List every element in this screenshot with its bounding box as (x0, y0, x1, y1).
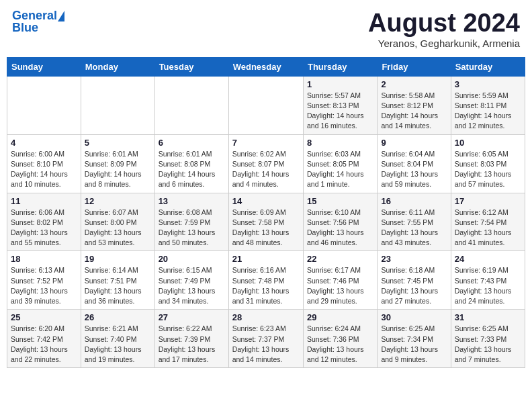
logo-text: General Blue (12, 9, 64, 34)
calendar-cell: 9Sunrise: 6:04 AM Sunset: 8:04 PM Daylig… (378, 134, 451, 193)
calendar-cell: 10Sunrise: 6:05 AM Sunset: 8:03 PM Dayli… (451, 134, 525, 193)
calendar-table: SundayMondayTuesdayWednesdayThursdayFrid… (7, 57, 525, 368)
day-info: Sunrise: 6:12 AM Sunset: 7:54 PM Dayligh… (455, 208, 521, 248)
logo: General Blue (12, 9, 64, 34)
day-number: 19 (85, 254, 151, 264)
calendar-cell: 26Sunrise: 6:21 AM Sunset: 7:40 PM Dayli… (81, 310, 154, 368)
day-info: Sunrise: 6:21 AM Sunset: 7:40 PM Dayligh… (85, 324, 151, 365)
weekday-header-tuesday: Tuesday (154, 57, 228, 76)
day-number: 25 (11, 312, 77, 322)
day-info: Sunrise: 6:05 AM Sunset: 8:03 PM Dayligh… (455, 149, 521, 190)
weekday-header-sunday: Sunday (7, 57, 81, 76)
title-area: August 2024 Yeranos, Gegharkunik, Armeni… (368, 9, 520, 49)
day-number: 30 (381, 312, 447, 322)
day-info: Sunrise: 6:23 AM Sunset: 7:37 PM Dayligh… (232, 324, 300, 365)
day-info: Sunrise: 6:20 AM Sunset: 7:42 PM Dayligh… (11, 324, 77, 365)
day-info: Sunrise: 6:22 AM Sunset: 7:39 PM Dayligh… (159, 324, 225, 365)
day-number: 6 (159, 138, 225, 148)
day-info: Sunrise: 6:01 AM Sunset: 8:08 PM Dayligh… (159, 149, 225, 190)
day-number: 8 (307, 138, 373, 148)
calendar-cell: 21Sunrise: 6:16 AM Sunset: 7:48 PM Dayli… (228, 251, 303, 310)
page-header: General Blue August 2024 Yeranos, Geghar… (7, 7, 525, 52)
day-info: Sunrise: 5:57 AM Sunset: 8:13 PM Dayligh… (307, 91, 373, 132)
calendar-cell: 19Sunrise: 6:14 AM Sunset: 7:51 PM Dayli… (81, 251, 154, 310)
day-number: 29 (307, 312, 373, 322)
calendar-week-row: 4Sunrise: 6:00 AM Sunset: 8:10 PM Daylig… (7, 134, 525, 193)
day-number: 4 (11, 138, 77, 148)
calendar-cell: 28Sunrise: 6:23 AM Sunset: 7:37 PM Dayli… (228, 310, 303, 368)
day-info: Sunrise: 6:25 AM Sunset: 7:34 PM Dayligh… (381, 324, 447, 365)
day-number: 27 (159, 312, 225, 322)
calendar-cell: 11Sunrise: 6:06 AM Sunset: 8:02 PM Dayli… (7, 193, 81, 251)
day-number: 24 (455, 254, 521, 264)
day-info: Sunrise: 6:17 AM Sunset: 7:46 PM Dayligh… (307, 265, 373, 306)
day-info: Sunrise: 6:13 AM Sunset: 7:52 PM Dayligh… (11, 265, 77, 306)
calendar-week-row: 1Sunrise: 5:57 AM Sunset: 8:13 PM Daylig… (7, 76, 525, 134)
calendar-cell: 18Sunrise: 6:13 AM Sunset: 7:52 PM Dayli… (7, 251, 81, 310)
day-info: Sunrise: 6:15 AM Sunset: 7:49 PM Dayligh… (159, 265, 225, 306)
day-number: 28 (232, 312, 300, 322)
calendar-cell: 27Sunrise: 6:22 AM Sunset: 7:39 PM Dayli… (154, 310, 228, 368)
day-number: 12 (85, 196, 151, 206)
day-info: Sunrise: 6:09 AM Sunset: 7:58 PM Dayligh… (232, 208, 300, 248)
calendar-cell: 22Sunrise: 6:17 AM Sunset: 7:46 PM Dayli… (303, 251, 377, 310)
day-info: Sunrise: 6:14 AM Sunset: 7:51 PM Dayligh… (85, 265, 151, 306)
day-info: Sunrise: 6:18 AM Sunset: 7:45 PM Dayligh… (381, 265, 447, 306)
calendar-cell: 16Sunrise: 6:11 AM Sunset: 7:55 PM Dayli… (378, 193, 451, 251)
day-info: Sunrise: 6:19 AM Sunset: 7:43 PM Dayligh… (455, 265, 521, 306)
day-number: 14 (232, 196, 300, 206)
day-info: Sunrise: 6:08 AM Sunset: 7:59 PM Dayligh… (159, 208, 225, 248)
day-info: Sunrise: 6:06 AM Sunset: 8:02 PM Dayligh… (11, 208, 77, 248)
calendar-cell: 25Sunrise: 6:20 AM Sunset: 7:42 PM Dayli… (7, 310, 81, 368)
calendar-cell: 20Sunrise: 6:15 AM Sunset: 7:49 PM Dayli… (154, 251, 228, 310)
weekday-header-monday: Monday (81, 57, 154, 76)
day-number: 3 (455, 79, 521, 89)
day-number: 16 (381, 196, 447, 206)
day-info: Sunrise: 6:02 AM Sunset: 8:07 PM Dayligh… (232, 149, 300, 190)
calendar-cell (7, 76, 81, 134)
calendar-cell: 14Sunrise: 6:09 AM Sunset: 7:58 PM Dayli… (228, 193, 303, 251)
day-info: Sunrise: 5:58 AM Sunset: 8:12 PM Dayligh… (381, 91, 447, 132)
calendar-cell: 3Sunrise: 5:59 AM Sunset: 8:11 PM Daylig… (451, 76, 525, 134)
calendar-week-row: 25Sunrise: 6:20 AM Sunset: 7:42 PM Dayli… (7, 310, 525, 368)
calendar-cell: 6Sunrise: 6:01 AM Sunset: 8:08 PM Daylig… (154, 134, 228, 193)
calendar-cell: 24Sunrise: 6:19 AM Sunset: 7:43 PM Dayli… (451, 251, 525, 310)
day-info: Sunrise: 6:07 AM Sunset: 8:00 PM Dayligh… (85, 208, 151, 248)
calendar-cell: 30Sunrise: 6:25 AM Sunset: 7:34 PM Dayli… (378, 310, 451, 368)
day-number: 31 (455, 312, 521, 322)
location-subtitle: Yeranos, Gegharkunik, Armenia (368, 38, 520, 49)
calendar-cell: 7Sunrise: 6:02 AM Sunset: 8:07 PM Daylig… (228, 134, 303, 193)
day-number: 21 (232, 254, 300, 264)
weekday-header-thursday: Thursday (303, 57, 377, 76)
calendar-cell: 23Sunrise: 6:18 AM Sunset: 7:45 PM Dayli… (378, 251, 451, 310)
calendar-cell: 15Sunrise: 6:10 AM Sunset: 7:56 PM Dayli… (303, 193, 377, 251)
day-info: Sunrise: 6:10 AM Sunset: 7:56 PM Dayligh… (307, 208, 373, 248)
calendar-cell (81, 76, 154, 134)
day-number: 2 (381, 79, 447, 89)
calendar-cell: 17Sunrise: 6:12 AM Sunset: 7:54 PM Dayli… (451, 193, 525, 251)
day-number: 23 (381, 254, 447, 264)
day-info: Sunrise: 6:24 AM Sunset: 7:36 PM Dayligh… (307, 324, 373, 365)
calendar-cell (154, 76, 228, 134)
calendar-cell: 8Sunrise: 6:03 AM Sunset: 8:05 PM Daylig… (303, 134, 377, 193)
day-number: 17 (455, 196, 521, 206)
day-number: 22 (307, 254, 373, 264)
calendar-cell: 4Sunrise: 6:00 AM Sunset: 8:10 PM Daylig… (7, 134, 81, 193)
day-number: 11 (11, 196, 77, 206)
day-number: 10 (455, 138, 521, 148)
month-title: August 2024 (368, 9, 520, 38)
weekday-header-wednesday: Wednesday (228, 57, 303, 76)
weekday-header-friday: Friday (378, 57, 451, 76)
day-number: 18 (11, 254, 77, 264)
day-number: 15 (307, 196, 373, 206)
calendar-cell: 2Sunrise: 5:58 AM Sunset: 8:12 PM Daylig… (378, 76, 451, 134)
logo-general: General (12, 9, 64, 21)
logo-blue: Blue (12, 21, 64, 34)
day-number: 20 (159, 254, 225, 264)
day-number: 1 (307, 79, 373, 89)
calendar-cell: 31Sunrise: 6:25 AM Sunset: 7:33 PM Dayli… (451, 310, 525, 368)
day-number: 5 (85, 138, 151, 148)
calendar-week-row: 11Sunrise: 6:06 AM Sunset: 8:02 PM Dayli… (7, 193, 525, 251)
weekday-header-saturday: Saturday (451, 57, 525, 76)
day-info: Sunrise: 6:01 AM Sunset: 8:09 PM Dayligh… (85, 149, 151, 190)
